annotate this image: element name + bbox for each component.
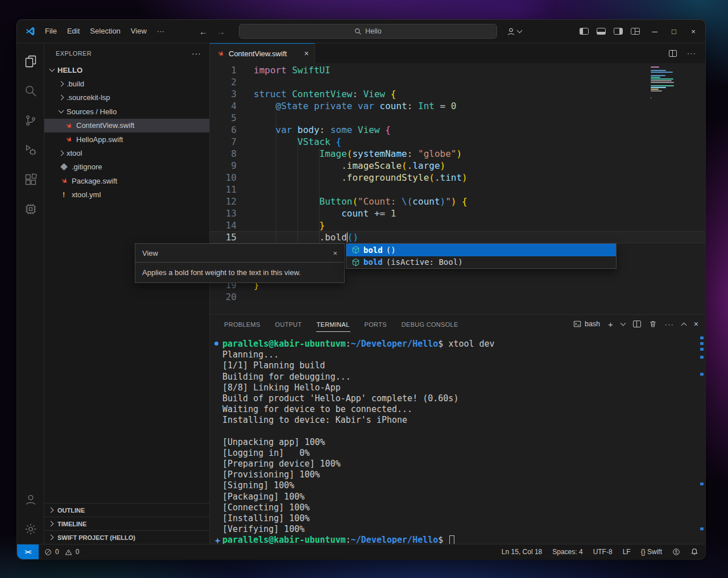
toggle-sidebar-right-button[interactable] bbox=[614, 28, 623, 35]
tree-root-hello[interactable]: HELLO bbox=[44, 63, 209, 77]
terminal-shell-selector[interactable]: bash bbox=[573, 320, 600, 328]
code-line-12[interactable]: 12 Button("Count: \(count)") { bbox=[210, 196, 705, 207]
settings-button[interactable] bbox=[17, 514, 44, 544]
tree-item-build[interactable]: .build bbox=[44, 77, 209, 90]
remote-indicator[interactable]: >< bbox=[17, 544, 39, 559]
activity-explorer-button[interactable] bbox=[17, 47, 44, 76]
titlebar-controls: ─ □ × bbox=[576, 20, 702, 43]
split-terminal-button[interactable] bbox=[633, 321, 641, 327]
code-line-5[interactable]: 5 bbox=[210, 112, 705, 124]
code-line-14[interactable]: 14 } bbox=[210, 219, 705, 231]
menu-bar: FileEditSelectionView··· bbox=[40, 20, 169, 43]
forward-button[interactable]: → bbox=[217, 27, 225, 36]
status-extension-icon[interactable] bbox=[672, 548, 680, 556]
problems-status[interactable]: 0 0 bbox=[44, 548, 82, 556]
command-decoration-icon[interactable] bbox=[214, 538, 221, 544]
activity-search-button[interactable] bbox=[17, 76, 44, 106]
editor-more-actions-button[interactable]: ··· bbox=[687, 49, 696, 57]
status-swift[interactable]: {} Swift bbox=[641, 548, 662, 556]
panel-tab-terminal[interactable]: TERMINAL bbox=[316, 316, 350, 332]
panel-more-actions-button[interactable]: ··· bbox=[665, 320, 674, 328]
code-line-3[interactable]: 3struct ContentView: View { bbox=[210, 88, 705, 100]
toggle-panel-button[interactable] bbox=[597, 28, 606, 35]
status-lf[interactable]: LF bbox=[623, 548, 631, 556]
terminal-line: [Unpacking app] 100% bbox=[222, 437, 705, 448]
toggle-sidebar-left-button[interactable] bbox=[580, 28, 589, 35]
menu-edit[interactable]: Edit bbox=[62, 20, 85, 43]
minimap[interactable] bbox=[651, 66, 677, 100]
tree-item-package-swift[interactable]: Package.swift bbox=[44, 174, 209, 188]
close-panel-icon[interactable]: × bbox=[694, 319, 698, 328]
tree-item-gitignore[interactable]: .gitignore bbox=[44, 160, 209, 174]
menu-more[interactable]: ··· bbox=[152, 20, 169, 43]
code-line-6[interactable]: 6 var body: some View { bbox=[210, 124, 705, 136]
tree-item-contentview-swift[interactable]: ContentView.swift bbox=[44, 119, 209, 132]
code-line-4[interactable]: 4 @State private var count: Int = 0 bbox=[210, 100, 705, 112]
activity-extensions-button[interactable] bbox=[17, 165, 44, 194]
line-number: 12 bbox=[210, 196, 237, 207]
code-line-9[interactable]: 9 .imageScale(.large) bbox=[210, 160, 705, 172]
activity-xtool-button[interactable] bbox=[17, 194, 44, 224]
back-button[interactable]: ← bbox=[199, 27, 208, 36]
section-timeline[interactable]: TIMELINE bbox=[44, 517, 209, 530]
accounts-button[interactable] bbox=[17, 485, 44, 514]
suggestion-rest: (isActive: Bool) bbox=[386, 257, 463, 267]
tree-item-label: ContentView.swift bbox=[76, 121, 134, 130]
code-line-8[interactable]: 8 Image(systemName: "globe") bbox=[210, 148, 705, 160]
panel-tab-output[interactable]: OUTPUT bbox=[275, 316, 303, 332]
code-line-13[interactable]: 13 count += 1 bbox=[210, 207, 705, 219]
command-center-search[interactable]: Hello bbox=[239, 24, 497, 39]
maximize-button[interactable]: □ bbox=[665, 20, 682, 43]
new-terminal-button[interactable]: + bbox=[608, 319, 613, 329]
tree-item-xtool-yml[interactable]: !xtool.yml bbox=[44, 188, 209, 202]
menu-file[interactable]: File bbox=[40, 20, 62, 43]
terminal[interactable]: parallels@kabir-ubuntuvm:~/Developer/Hel… bbox=[210, 333, 705, 544]
tree-item-helloapp-swift[interactable]: HelloApp.swift bbox=[44, 132, 209, 146]
status-ln-15-col-18[interactable]: Ln 15, Col 18 bbox=[502, 548, 542, 556]
code-line-11[interactable]: 11 bbox=[210, 184, 705, 196]
terminal-dropdown-icon[interactable] bbox=[620, 321, 626, 326]
tab-contentview-swift[interactable]: ContentView.swift × bbox=[210, 43, 315, 63]
notifications-bell-icon[interactable] bbox=[690, 548, 698, 556]
activity-run-debug-button[interactable] bbox=[17, 135, 44, 165]
suggestion-match: bold bbox=[363, 257, 383, 267]
tree-item-xtool[interactable]: xtool bbox=[44, 146, 209, 160]
code-line-1[interactable]: 1import SwiftUI bbox=[210, 64, 705, 76]
status-spaces-4[interactable]: Spaces: 4 bbox=[552, 548, 582, 556]
command-decoration-icon[interactable] bbox=[214, 342, 218, 346]
swift-file-icon bbox=[64, 122, 73, 130]
account-icon bbox=[506, 27, 516, 36]
close-button[interactable]: × bbox=[685, 20, 702, 43]
status-utf-8[interactable]: UTF-8 bbox=[593, 548, 613, 556]
section-swift-project-hello[interactable]: SWIFT PROJECT (HELLO) bbox=[44, 530, 209, 544]
activity-source-control-button[interactable] bbox=[17, 106, 44, 135]
section-outline[interactable]: OUTLINE bbox=[44, 503, 209, 517]
vscode-window: FileEditSelectionView··· ← → Hello ─ □ × bbox=[17, 20, 705, 559]
menu-selection[interactable]: Selection bbox=[85, 20, 125, 43]
menu-view[interactable]: View bbox=[126, 20, 152, 43]
suggest-docs-popup: View × Applies a bold font weight to the… bbox=[135, 243, 345, 283]
explorer-more-actions-button[interactable]: ··· bbox=[192, 49, 201, 58]
suggestion-bold[interactable]: bold() bbox=[346, 244, 616, 256]
maximize-panel-icon[interactable] bbox=[681, 322, 686, 328]
split-editor-button[interactable] bbox=[669, 50, 677, 57]
panel-tab-ports[interactable]: PORTS bbox=[364, 316, 387, 332]
tab-close-icon[interactable]: × bbox=[304, 49, 309, 58]
panel-tab-debug-console[interactable]: DEBUG CONSOLE bbox=[401, 316, 459, 332]
code-line-20[interactable]: 20 bbox=[210, 291, 705, 303]
suggestion-bold-isactive-bool[interactable]: bold(isActive: Bool) bbox=[346, 256, 616, 269]
tree-item-sources-hello[interactable]: Sources / Hello bbox=[44, 105, 209, 118]
code-line-10[interactable]: 10 .foregroundStyle(.tint) bbox=[210, 172, 705, 184]
docs-body: Applies a bold font weight to the text i… bbox=[135, 263, 344, 282]
tree-item-sourcekit-lsp[interactable]: .sourcekit-lsp bbox=[44, 91, 209, 105]
panel-tab-problems[interactable]: PROBLEMS bbox=[224, 316, 261, 332]
kill-terminal-button[interactable] bbox=[649, 320, 657, 328]
code-line-2[interactable]: 2 bbox=[210, 76, 705, 88]
code-line-15[interactable]: 15 .bold() bbox=[210, 231, 705, 243]
tree-item-label: .sourcekit-lsp bbox=[67, 93, 110, 102]
account-menu[interactable] bbox=[506, 20, 522, 43]
minimize-button[interactable]: ─ bbox=[646, 20, 663, 43]
code-line-7[interactable]: 7 VStack { bbox=[210, 136, 705, 148]
docs-close-icon[interactable]: × bbox=[333, 249, 337, 257]
customize-layout-button[interactable] bbox=[631, 28, 640, 35]
